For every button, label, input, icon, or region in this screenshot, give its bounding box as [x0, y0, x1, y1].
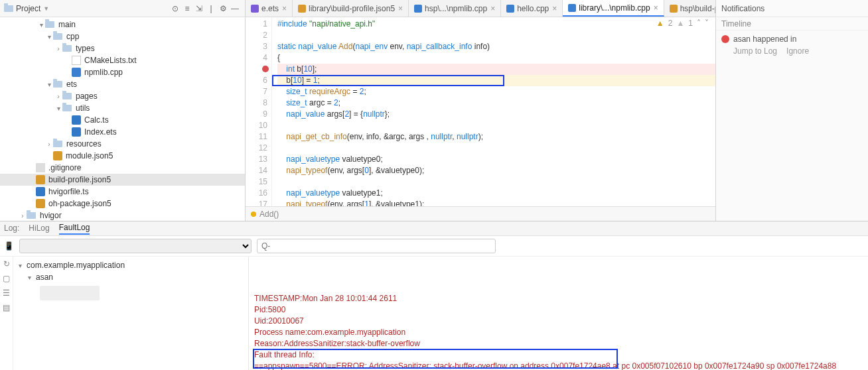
export-icon[interactable]: ▢	[3, 274, 10, 283]
gear-icon[interactable]: ⚙	[217, 4, 229, 13]
ts-file-icon	[72, 127, 81, 137]
tree-item[interactable]: ▾main	[0, 19, 245, 31]
editor-tab[interactable]: hello.cpp×	[501, 0, 563, 17]
chevron-icon[interactable]: ▾	[37, 21, 45, 29]
notifications-header: Notifications	[716, 0, 868, 17]
tree-item[interactable]: CMakeLists.txt	[0, 54, 245, 66]
chevron-icon[interactable]: ›	[19, 212, 27, 219]
log-search-input[interactable]	[257, 239, 496, 253]
chevron-icon[interactable]: ▾	[54, 105, 62, 112]
code-line[interactable]: size_t argc = 2;	[277, 97, 715, 109]
faultlog-output[interactable]: TIMESTAMP:Mon Jan 28 10:01:44 2611Pid:58…	[249, 257, 868, 370]
tree-item[interactable]: ›hvigor	[0, 210, 245, 221]
locate-icon[interactable]: ⊙	[169, 4, 181, 13]
refresh-icon[interactable]: ↻	[3, 259, 10, 269]
tree-item[interactable]: ▾cpp	[0, 31, 245, 42]
gutter[interactable]: 1234567891011121314151617	[246, 17, 272, 206]
log-line: Process name:com.example.myapplication	[254, 327, 863, 338]
tree-item[interactable]: build-profile.json5	[0, 174, 245, 186]
tree-item[interactable]: .gitignore	[0, 162, 245, 174]
code-line[interactable]	[277, 176, 715, 188]
code-line[interactable]: size_t requireArgc = 2;	[277, 86, 715, 97]
tree-item[interactable]: ▾utils	[0, 102, 245, 114]
breadcrumb-bar: Add()	[246, 206, 715, 221]
chevron-icon[interactable]: ▾	[45, 33, 53, 40]
chevron-icon[interactable]: ›	[54, 45, 62, 52]
editor-tab[interactable]: e.ets×	[246, 0, 293, 17]
editor-tab[interactable]: hsp\...\npmlib.cpp×	[409, 0, 501, 17]
editor-tab[interactable]: library\...\npmlib.cpp×	[563, 0, 664, 17]
collapse-icon[interactable]: ⇲	[193, 4, 205, 13]
function-icon	[251, 212, 256, 217]
tree-item[interactable]: module.json5	[0, 150, 245, 162]
close-icon[interactable]: ×	[398, 4, 403, 13]
timeline-header[interactable]: Timeline	[716, 17, 868, 31]
tree-item-label: build-profile.json5	[48, 175, 111, 184]
code-line[interactable]: static napi_value Add(napi_env env, napi…	[277, 41, 715, 52]
nav-up-icon[interactable]: ˄	[697, 19, 701, 28]
tree-item[interactable]: Calc.ts	[0, 114, 245, 126]
inspection-widget[interactable]: ▲2 ▲1 ˄ ˅	[656, 19, 709, 28]
editor-tab[interactable]: library\build-profile.json5×	[293, 0, 409, 17]
faultlog-tree-panel: ↻ ▢ ☰ ▤ ▾ com.example.myapplication ▾ as…	[0, 257, 249, 370]
tree-item[interactable]: hvigorfile.ts	[0, 186, 245, 198]
code-line[interactable]: napi_valuetype valuetype1;	[277, 188, 715, 199]
code-line[interactable]: {	[277, 52, 715, 64]
code-line[interactable]: int b[10];	[277, 64, 715, 75]
minimize-icon[interactable]: —	[229, 4, 241, 13]
code-line[interactable]	[277, 143, 715, 154]
tree-app-node[interactable]: ▾ com.example.myapplication	[16, 259, 246, 271]
file-icon	[36, 163, 45, 172]
save-icon[interactable]: ▤	[3, 303, 10, 312]
project-title: Project	[16, 4, 40, 13]
chevron-down-icon[interactable]: ▼	[43, 5, 49, 12]
filter-icon[interactable]: ☰	[3, 288, 10, 298]
notification-item[interactable]: asan happened in Jump to Log Ignore	[716, 31, 868, 60]
folder-icon	[62, 93, 72, 99]
code-line[interactable]: napi_get_cb_info(env, info, &argc, args …	[277, 131, 715, 143]
project-tree[interactable]: ▾main▾cpp›typesCMakeLists.txtnpmlib.cpp▾…	[0, 17, 245, 221]
faultlog-tree[interactable]: ▾ com.example.myapplication ▾ asan	[13, 257, 248, 370]
tree-item-label: cpp	[66, 32, 79, 41]
tab-label: library\build-profile.json5	[309, 4, 395, 13]
code-line[interactable]: napi_typeof(env, args[0], &valuetype0);	[277, 165, 715, 176]
close-icon[interactable]: ×	[654, 3, 658, 13]
breadcrumb[interactable]: Add()	[259, 210, 279, 219]
device-select[interactable]	[19, 239, 252, 253]
chevron-icon[interactable]: ▾	[45, 81, 53, 88]
editor-tab[interactable]: hsp\build-profile.json5×	[664, 0, 715, 17]
code-line[interactable]	[277, 30, 715, 41]
expand-icon[interactable]: ≡	[181, 4, 193, 13]
notification-text: asan happened in	[733, 34, 796, 44]
tab-hilog[interactable]: HiLog	[29, 223, 49, 234]
code-line[interactable]: b[10] = 1;	[277, 75, 715, 86]
tree-asan-node[interactable]: ▾ asan	[16, 271, 246, 283]
tree-item[interactable]: ›pages	[0, 90, 245, 102]
tree-item[interactable]: Index.ets	[0, 126, 245, 138]
close-icon[interactable]: ×	[490, 4, 495, 13]
code-line[interactable]: napi_valuetype valuetype0;	[277, 154, 715, 165]
tree-item[interactable]: ›resources	[0, 138, 245, 150]
code-line[interactable]: napi_value args[2] = {nullptr};	[277, 109, 715, 120]
jump-to-log-link[interactable]: Jump to Log	[733, 46, 777, 56]
tree-entry-node[interactable]	[16, 283, 246, 303]
tab-faultlog[interactable]: FaultLog	[59, 223, 90, 235]
code-line[interactable]	[277, 120, 715, 131]
close-icon[interactable]: ×	[552, 4, 557, 13]
folder-icon	[53, 33, 62, 40]
close-icon[interactable]: ×	[282, 4, 287, 13]
code-line[interactable]: napi_typeof(env, args[1], &valuetype1);	[277, 199, 715, 206]
nav-down-icon[interactable]: ˅	[705, 19, 709, 28]
chevron-icon[interactable]: ›	[45, 141, 53, 148]
log-line: Fault thread Info:	[254, 349, 863, 361]
ignore-link[interactable]: Ignore	[786, 46, 809, 56]
tree-item[interactable]: oh-package.json5	[0, 198, 245, 210]
code-area[interactable]: #include "napi/native_api.h" static napi…	[272, 17, 715, 206]
code-line[interactable]: #include "napi/native_api.h"	[277, 19, 715, 30]
tree-item[interactable]: ›types	[0, 42, 245, 54]
tree-item[interactable]: ▾ets	[0, 78, 245, 90]
chevron-icon[interactable]: ›	[54, 93, 62, 100]
log-line: Uid:20010067	[254, 316, 863, 327]
tree-item[interactable]: npmlib.cpp	[0, 66, 245, 78]
breakpoint-icon[interactable]	[262, 66, 269, 72]
